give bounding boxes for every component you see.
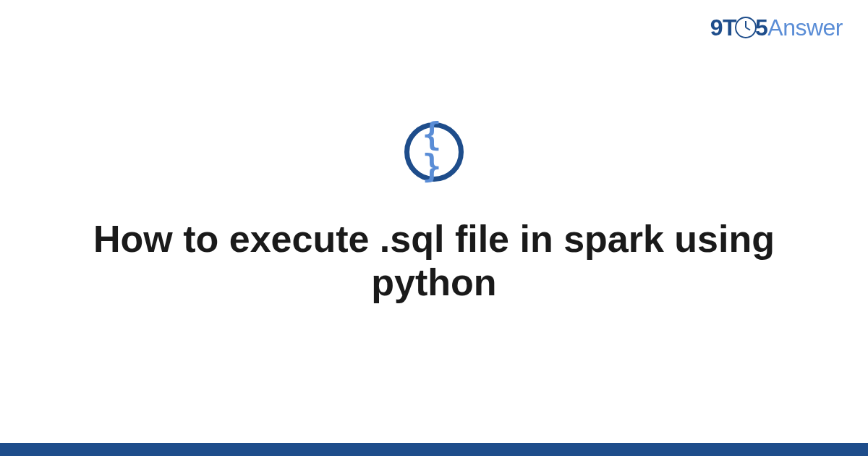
clock-icon	[735, 17, 757, 38]
code-braces-icon: { }	[404, 122, 464, 182]
logo-digit: 5	[755, 14, 767, 41]
logo-suffix: Answer	[767, 14, 843, 41]
page-title: How to execute .sql file in spark using …	[0, 218, 868, 305]
bottom-accent-bar	[0, 443, 868, 456]
logo-prefix: 9T	[710, 14, 736, 41]
braces-symbol: { }	[409, 119, 459, 182]
main-content: { } How to execute .sql file in spark us…	[0, 122, 868, 305]
site-logo: 9T5Answer	[710, 14, 843, 41]
